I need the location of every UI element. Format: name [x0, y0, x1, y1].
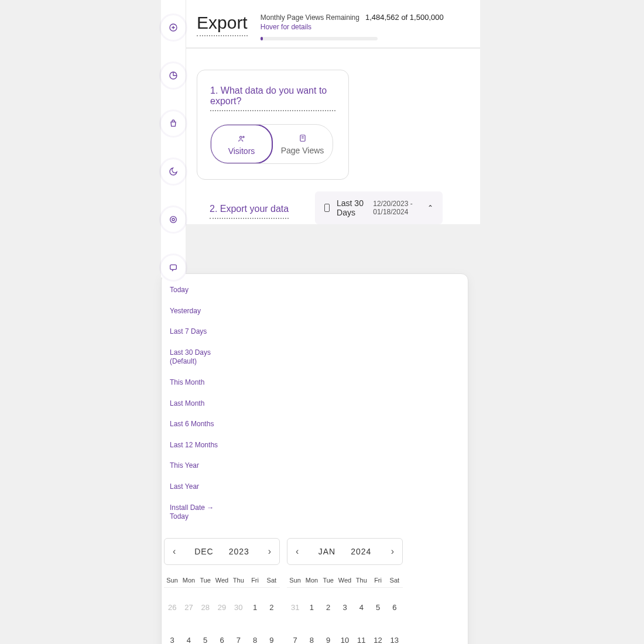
calendar-month: ‹DEC2023›SunMonTueWedThuFriSat2627282930…	[164, 538, 280, 644]
calendar-day[interactable]: 1	[303, 595, 320, 621]
step1-heading: 1. What data do you want to export?	[210, 85, 335, 111]
svg-point-0	[170, 24, 177, 31]
date-range-trigger[interactable]: Last 30 Days 12/20/2023 - 01/18/2024 ⌃	[315, 191, 443, 224]
segment-page-views-label: Page Views	[281, 146, 324, 155]
week-row: 31123456	[287, 595, 403, 621]
week-row: 78910111213	[287, 628, 403, 644]
calendar-day[interactable]: 8	[246, 628, 263, 644]
main-column: Export Monthly Page Views Remaining 1,48…	[186, 0, 480, 224]
date-range-value: 12/20/2023 - 01/18/2024	[373, 200, 420, 216]
chat-icon[interactable]	[163, 258, 183, 278]
calendar-day[interactable]: 31	[287, 595, 303, 621]
data-type-segmented: Visitors Page Views	[210, 124, 333, 164]
svg-point-3	[172, 218, 174, 221]
dow-cell: Tue	[197, 573, 214, 588]
calendar-day[interactable]: 5	[369, 595, 386, 621]
bag-icon[interactable]	[163, 114, 183, 133]
page-title: Export	[197, 13, 248, 36]
svg-point-1	[170, 72, 177, 79]
calendar-day[interactable]: 3	[164, 628, 180, 644]
dow-cell: Wed	[214, 573, 230, 588]
pie-chart-icon[interactable]	[163, 66, 183, 85]
preset-option[interactable]: Last Month	[170, 399, 219, 409]
preset-option[interactable]: Install Date → Today	[170, 503, 219, 522]
dow-cell: Sun	[164, 573, 180, 588]
target-icon[interactable]	[163, 210, 183, 229]
week-row: 262728293012	[164, 595, 280, 621]
dow-cell: Sat	[386, 573, 403, 588]
dow-cell: Mon	[180, 573, 197, 588]
calendar-day[interactable]: 13	[386, 628, 403, 644]
segment-page-views[interactable]: Page Views	[272, 125, 333, 163]
calendar-day[interactable]: 4	[353, 595, 369, 621]
week-row: 3456789	[164, 628, 280, 644]
calendar-month: ‹JAN2024›SunMonTueWedThuFriSat3112345678…	[287, 538, 403, 644]
header: Export Monthly Page Views Remaining 1,48…	[186, 0, 480, 49]
svg-point-6	[242, 136, 244, 138]
preset-option[interactable]: Last 30 Days (Default)	[170, 348, 219, 366]
calendar-day[interactable]: 9	[263, 628, 280, 644]
day-of-week-row: SunMonTueWedThuFriSat	[287, 573, 403, 588]
quota-label: Monthly Page Views Remaining	[261, 13, 359, 22]
calendar-icon	[324, 204, 330, 212]
calendar-day[interactable]: 27	[180, 595, 197, 621]
segment-visitors-label: Visitors	[228, 146, 255, 156]
dow-cell: Thu	[230, 573, 246, 588]
calendar-day[interactable]: 28	[197, 595, 214, 621]
page-views-icon	[299, 134, 307, 142]
hover-details[interactable]: Hover for details	[261, 23, 470, 31]
calendar-day[interactable]: 30	[230, 595, 246, 621]
calendar-day[interactable]: 7	[230, 628, 246, 644]
preset-option[interactable]: Today	[170, 286, 219, 295]
calendar-day[interactable]: 2	[320, 595, 337, 621]
dow-cell: Wed	[337, 573, 353, 588]
calendar-day[interactable]: 10	[337, 628, 353, 644]
preset-option[interactable]: Last 7 Days	[170, 327, 219, 337]
svg-rect-4	[170, 265, 177, 269]
chevron-up-icon: ⌃	[427, 204, 433, 212]
next-month-icon[interactable]: ›	[389, 544, 396, 559]
svg-point-2	[170, 217, 177, 223]
calendar-day[interactable]: 8	[303, 628, 320, 644]
calendar-pair: ‹DEC2023›SunMonTueWedThuFriSat2627282930…	[162, 527, 468, 644]
date-range-label: Last 30 Days	[337, 198, 366, 217]
dow-cell: Sat	[263, 573, 280, 588]
step1-card: 1. What data do you want to export? Visi…	[197, 70, 349, 180]
segment-visitors[interactable]: Visitors	[210, 124, 273, 164]
preset-option[interactable]: Last 12 Months	[170, 441, 219, 450]
step2-heading: 2. Export your data	[210, 204, 289, 219]
calendar-day[interactable]: 1	[246, 595, 263, 621]
calendar-day[interactable]: 2	[263, 595, 280, 621]
calendar-month-year: JAN2024	[318, 547, 372, 556]
svg-point-5	[239, 136, 242, 139]
preset-option[interactable]: This Month	[170, 378, 219, 388]
calendar-day[interactable]: 26	[164, 595, 180, 621]
quota-bar	[261, 37, 378, 40]
prev-month-icon[interactable]: ‹	[293, 544, 301, 559]
calendar-day[interactable]: 29	[214, 595, 230, 621]
prev-month-icon[interactable]: ‹	[170, 544, 178, 559]
next-month-icon[interactable]: ›	[266, 544, 273, 559]
calendar-day[interactable]: 9	[320, 628, 337, 644]
date-picker-panel: TodayYesterdayLast 7 DaysLast 30 Days (D…	[161, 273, 468, 644]
quota-value: 1,484,562 of 1,500,000	[365, 13, 444, 22]
preset-option[interactable]: Last Year	[170, 482, 219, 492]
preset-option[interactable]: Last 6 Months	[170, 420, 219, 429]
preset-option[interactable]: Yesterday	[170, 307, 219, 316]
dow-cell: Fri	[369, 573, 386, 588]
calendar-day[interactable]: 11	[353, 628, 369, 644]
visitors-icon	[238, 135, 246, 143]
calendar-day[interactable]: 12	[369, 628, 386, 644]
preset-option[interactable]: This Year	[170, 461, 219, 471]
plus-icon[interactable]	[163, 18, 183, 37]
moon-icon[interactable]	[163, 162, 183, 181]
calendar-day[interactable]: 5	[197, 628, 214, 644]
calendar-day[interactable]: 7	[287, 628, 303, 644]
quota-block: Monthly Page Views Remaining 1,484,562 o…	[261, 13, 470, 40]
calendar-day[interactable]: 4	[180, 628, 197, 644]
side-rail	[161, 0, 186, 278]
calendar-day[interactable]: 3	[337, 595, 353, 621]
calendar-day[interactable]: 6	[386, 595, 403, 621]
calendar-day[interactable]: 6	[214, 628, 230, 644]
dow-cell: Fri	[246, 573, 263, 588]
